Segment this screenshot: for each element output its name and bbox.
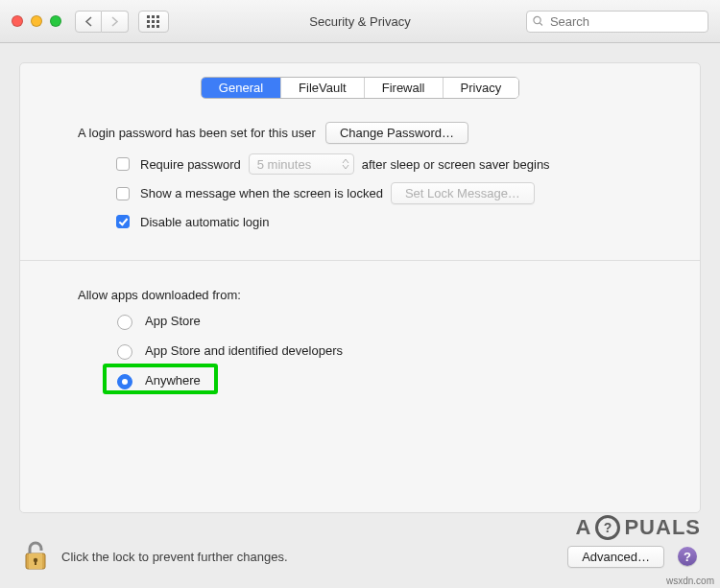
radio-appstore-label: App Store (145, 314, 201, 328)
maximize-icon[interactable] (50, 15, 61, 27)
svg-rect-1 (152, 15, 155, 18)
svg-rect-2 (156, 15, 159, 18)
svg-rect-14 (35, 561, 36, 565)
help-button[interactable]: ? (678, 547, 697, 566)
source-label: wsxdn.com (666, 576, 714, 586)
login-password-set-label: A login password has been set for this u… (78, 126, 316, 140)
show-all-button[interactable] (138, 11, 169, 33)
lock-text: Click the lock to prevent further change… (61, 550, 288, 564)
svg-rect-6 (147, 25, 150, 28)
radio-identified-label: App Store and identified developers (145, 343, 343, 358)
change-password-button[interactable]: Change Password… (325, 122, 468, 144)
nav-buttons (75, 11, 129, 33)
disable-auto-login-label: Disable automatic login (140, 215, 269, 229)
minimize-icon[interactable] (31, 15, 42, 27)
svg-line-10 (540, 23, 542, 26)
require-password-delay-value: 5 minutes (257, 157, 311, 172)
radio-option-identified[interactable]: App Store and identified developers (112, 341, 642, 360)
window-controls (12, 15, 61, 27)
tab-privacy[interactable]: Privacy (443, 78, 519, 98)
section-divider (20, 260, 700, 261)
lock-icon[interactable] (23, 540, 48, 574)
svg-rect-0 (147, 15, 150, 18)
allow-apps-heading: Allow apps downloaded from: (78, 288, 642, 302)
search-input[interactable] (548, 13, 702, 30)
require-password-checkbox[interactable] (116, 157, 130, 171)
radio-anywhere-label: Anywhere (145, 373, 201, 388)
disable-auto-login-checkbox[interactable] (116, 215, 130, 228)
require-password-label: Require password (140, 157, 241, 172)
search-field[interactable] (526, 11, 708, 33)
back-button[interactable] (75, 11, 102, 33)
radio-identified[interactable] (117, 344, 132, 360)
tab-bar: General FileVault Firewall Privacy (20, 77, 700, 99)
tab-filevault[interactable]: FileVault (280, 78, 364, 98)
svg-point-9 (534, 16, 540, 23)
tab-general[interactable]: General (202, 78, 280, 98)
tab-firewall[interactable]: Firewall (364, 78, 443, 98)
require-password-suffix: after sleep or screen saver begins (362, 157, 550, 172)
close-icon[interactable] (12, 15, 23, 27)
svg-rect-8 (156, 25, 159, 28)
radio-option-appstore[interactable]: App Store (112, 312, 642, 330)
show-lock-message-label: Show a message when the screen is locked (140, 186, 383, 200)
stepper-icon (342, 158, 349, 170)
svg-rect-7 (152, 25, 155, 28)
search-icon (533, 15, 543, 27)
set-lock-message-button[interactable]: Set Lock Message… (391, 182, 535, 204)
footer-bar: Click the lock to prevent further change… (0, 525, 720, 588)
allow-apps-radiogroup: App Store App Store and identified devel… (112, 312, 642, 389)
forward-button[interactable] (102, 11, 129, 33)
radio-appstore[interactable] (117, 315, 132, 330)
svg-rect-4 (152, 20, 155, 23)
svg-rect-3 (147, 20, 150, 23)
show-lock-message-checkbox[interactable] (116, 187, 130, 200)
window-titlebar: Security & Privacy (0, 0, 720, 43)
svg-rect-5 (156, 20, 159, 23)
require-password-delay-select[interactable]: 5 minutes (249, 153, 354, 175)
preferences-panel: General FileVault Firewall Privacy A log… (19, 62, 701, 513)
radio-option-anywhere[interactable]: Anywhere (112, 371, 642, 389)
radio-anywhere[interactable] (117, 374, 132, 389)
advanced-button[interactable]: Advanced… (567, 546, 664, 568)
